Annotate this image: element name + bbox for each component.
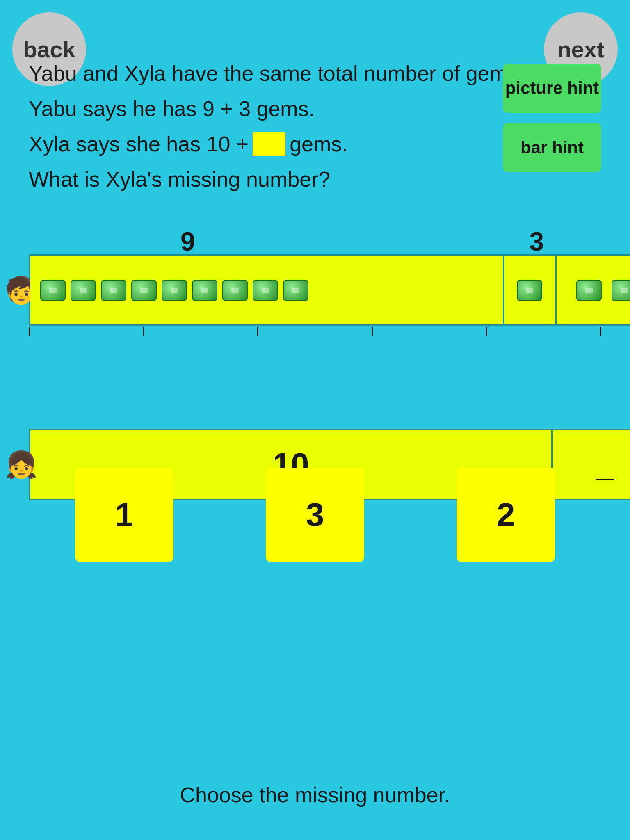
yabu-gem-main — [30, 256, 504, 324]
answer-choice-3[interactable]: 2 — [457, 468, 555, 562]
gem-5 — [162, 280, 187, 301]
yabu-gem-right — [504, 256, 630, 324]
yabu-right-bar-label: 3 — [529, 226, 544, 257]
footer-instruction: Choose the missing number. — [0, 783, 630, 807]
answer-section: 1 3 2 — [29, 468, 601, 562]
gem-2 — [71, 280, 96, 301]
yabu-gem-bar: 🧒 — [29, 254, 630, 326]
gem-11 — [576, 280, 602, 301]
gem-12 — [612, 280, 630, 301]
gem-right-2-cell — [557, 256, 630, 324]
gem-1 — [40, 280, 66, 301]
gem-8 — [253, 280, 278, 301]
gem-3 — [101, 280, 126, 301]
gem-right-1-cell — [504, 256, 557, 324]
gem-7 — [222, 280, 248, 301]
answer-choice-2[interactable]: 3 — [266, 468, 364, 562]
answer-choice-1[interactable]: 1 — [75, 468, 173, 562]
tick-3 — [257, 327, 372, 336]
gem-9 — [283, 280, 308, 301]
gem-6 — [192, 280, 217, 301]
gem-10 — [517, 280, 542, 301]
gem-4 — [131, 280, 157, 301]
picture-hint-button[interactable]: picture hint — [503, 64, 601, 113]
tick-marks — [29, 327, 601, 339]
tick-4 — [372, 327, 486, 336]
yabu-bar-label: 9 — [180, 226, 195, 257]
bar-hint-button[interactable]: bar hint — [503, 123, 601, 172]
blank-box — [253, 132, 285, 156]
tick-1 — [29, 327, 143, 336]
tick-2 — [143, 327, 258, 336]
tick-5 — [486, 327, 600, 336]
